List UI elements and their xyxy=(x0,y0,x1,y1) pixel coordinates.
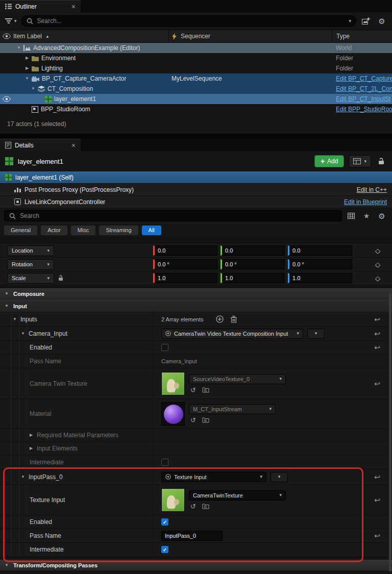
element-options-dropdown[interactable]: ▾ xyxy=(307,329,325,339)
location-y-field[interactable] xyxy=(220,245,285,256)
visibility-column-header[interactable] xyxy=(0,33,13,39)
material-thumbnail[interactable] xyxy=(161,402,185,426)
column-type[interactable]: Type xyxy=(332,30,392,42)
keyframe-diamond-icon[interactable]: ◇ xyxy=(363,274,392,282)
reset-to-default-icon[interactable]: ↩ xyxy=(374,344,380,351)
tree-row-layer-element1[interactable]: layer_element1 Edit BP_CT_InputSt xyxy=(0,94,392,104)
use-selected-asset-icon[interactable]: ↺ xyxy=(190,417,196,423)
rotation-dropdown[interactable]: Rotation ▾ xyxy=(7,259,54,270)
outliner-search-input[interactable] xyxy=(36,17,346,25)
tab-general[interactable]: General xyxy=(4,226,37,235)
close-icon[interactable]: × xyxy=(71,142,76,149)
add-component-button[interactable]: + Add xyxy=(314,155,345,167)
material-asset-dropdown[interactable]: M_CT_InputStream ▾ xyxy=(189,404,276,414)
tree-row-environment[interactable]: ▶ Environment Folder xyxy=(0,53,392,63)
tab-misc[interactable]: Misc xyxy=(71,226,96,235)
location-dropdown[interactable]: Location ▾ xyxy=(7,245,54,256)
rotation-y-field[interactable] xyxy=(220,259,285,269)
browse-to-asset-icon[interactable] xyxy=(202,503,209,509)
reset-to-default-icon[interactable]: ↩ xyxy=(374,532,380,539)
tree-row-ct-composition[interactable]: ▼ CT_Composition Edit BP_CT_2L_Con xyxy=(0,84,392,94)
edit-in-cpp-link[interactable]: Edit in C++ xyxy=(357,186,387,193)
details-search[interactable] xyxy=(4,210,342,221)
input-elements-row[interactable]: ▶ Input Elements xyxy=(0,442,392,456)
texture-thumbnail[interactable] xyxy=(161,372,185,395)
tab-all[interactable]: All xyxy=(142,226,161,235)
search-options-chevron-icon[interactable]: ▾ xyxy=(349,19,351,23)
collapse-arrow-icon[interactable]: ▶ xyxy=(24,66,30,70)
edit-in-blueprint-link[interactable]: Edit in Blueprint xyxy=(344,198,387,206)
camera-input-type-dropdown[interactable]: CameraTwin Video Texture Composition Inp… xyxy=(161,329,303,339)
texture-asset-dropdown[interactable]: SourceVideoTexture_0 ▾ xyxy=(189,374,286,384)
lock-button[interactable] xyxy=(376,158,387,165)
details-search-input[interactable] xyxy=(19,212,337,220)
section-transform-compositing-passes[interactable]: ▼ Transform/Compositing Passes xyxy=(0,560,392,571)
edit-blueprint-link[interactable]: Edit BPP_StudioRoo xyxy=(336,106,392,113)
keyframe-diamond-icon[interactable]: ◇ xyxy=(363,247,392,255)
input-pass-type-dropdown[interactable]: Texture Input ▾ xyxy=(161,472,266,482)
rotation-x-field[interactable] xyxy=(153,259,217,269)
element-options-dropdown[interactable]: ▾ xyxy=(271,472,288,482)
visibility-eye-icon[interactable] xyxy=(0,96,13,102)
reset-to-default-icon[interactable]: ↩ xyxy=(374,496,380,504)
texture-thumbnail[interactable] xyxy=(161,488,185,512)
details-settings-button[interactable]: ⚙ xyxy=(376,210,388,222)
enabled-checkbox[interactable]: ✓ xyxy=(161,518,168,526)
add-level-button[interactable] xyxy=(360,15,372,27)
component-row-postprocess[interactable]: Post Process Proxy (PostProcessProxy) Ed… xyxy=(0,184,392,196)
browse-to-asset-icon[interactable] xyxy=(202,417,209,423)
expand-arrow-icon[interactable]: ▼ xyxy=(24,77,30,81)
add-element-icon[interactable] xyxy=(216,315,224,323)
use-selected-asset-icon[interactable]: ↺ xyxy=(190,387,196,393)
intermediate-checkbox[interactable] xyxy=(161,459,168,466)
expand-arrow-icon[interactable]: ▼ xyxy=(12,317,17,321)
tree-row-lighting[interactable]: ▶ Lighting Folder xyxy=(0,63,392,73)
edit-blueprint-link[interactable]: Edit BP_CT_Capture xyxy=(336,75,392,82)
expand-arrow-icon[interactable]: ▼ xyxy=(31,87,36,91)
section-input[interactable]: ▼ Input xyxy=(0,300,392,312)
tab-details[interactable]: Details × xyxy=(0,139,81,151)
filter-button[interactable]: ▾ xyxy=(4,17,18,25)
expand-arrow-icon[interactable]: ▼ xyxy=(16,46,21,50)
favorites-button[interactable]: ★ xyxy=(360,210,373,222)
location-z-field[interactable] xyxy=(288,245,352,256)
scale-x-field[interactable] xyxy=(153,273,217,283)
tree-row-studio-room[interactable]: BPP_StudioRoom Edit BPP_StudioRoo xyxy=(0,104,392,114)
intermediate-checkbox[interactable]: ✓ xyxy=(161,546,168,553)
close-icon[interactable]: × xyxy=(71,3,76,10)
details-scrollbar[interactable] xyxy=(389,293,391,571)
scale-dropdown[interactable]: Scale ▾ xyxy=(7,273,54,284)
display-options-button[interactable] xyxy=(345,210,357,222)
browse-to-asset-icon[interactable] xyxy=(202,387,209,393)
enabled-checkbox[interactable] xyxy=(161,344,168,351)
reset-to-default-icon[interactable]: ↩ xyxy=(374,330,380,337)
expand-arrow-icon[interactable]: ▼ xyxy=(20,475,26,479)
column-sequencer[interactable]: Sequencer xyxy=(168,30,332,42)
expand-arrow-icon[interactable]: ▼ xyxy=(20,332,26,336)
scale-y-field[interactable] xyxy=(220,273,285,283)
view-options-dropdown[interactable]: ▾ xyxy=(349,155,371,167)
delete-elements-icon[interactable] xyxy=(231,316,237,323)
keyframe-diamond-icon[interactable]: ◇ xyxy=(363,261,392,268)
tab-streaming[interactable]: Streaming xyxy=(99,226,138,235)
outliner-settings-button[interactable]: ⚙ xyxy=(376,15,388,27)
tree-row-world[interactable]: ▼ AdvancedCompositionExample (Editor) Wo… xyxy=(0,43,392,53)
collapse-arrow-icon[interactable]: ▶ xyxy=(24,56,30,60)
reset-to-default-icon[interactable]: ↩ xyxy=(374,473,380,481)
reset-to-default-icon[interactable]: ↩ xyxy=(374,380,380,387)
rotation-z-field[interactable] xyxy=(288,259,352,269)
use-selected-asset-icon[interactable]: ↺ xyxy=(190,503,196,510)
collapse-arrow-icon[interactable]: ▶ xyxy=(29,446,34,451)
required-material-parameters-row[interactable]: ▶ Required Material Parameters xyxy=(0,429,392,442)
section-composure[interactable]: ▼ Composure xyxy=(0,288,392,300)
tab-actor[interactable]: Actor xyxy=(41,226,67,235)
edit-blueprint-link[interactable]: Edit BP_CT_InputSt xyxy=(336,95,390,103)
tab-outliner[interactable]: Outliner × xyxy=(0,0,81,12)
collapse-arrow-icon[interactable]: ▶ xyxy=(29,433,34,437)
scale-z-field[interactable] xyxy=(288,273,352,283)
component-row-self[interactable]: layer_element1 (Self) xyxy=(0,171,392,184)
location-x-field[interactable] xyxy=(153,245,217,256)
column-item-label[interactable]: Item Label ▲ xyxy=(13,33,168,40)
tree-row-capture-camera[interactable]: ▼ BP_CT_Capture_CameraActor MyLevelSeque… xyxy=(0,73,392,84)
component-row-livelink[interactable]: LiveLinkComponentController Edit in Blue… xyxy=(0,196,392,208)
